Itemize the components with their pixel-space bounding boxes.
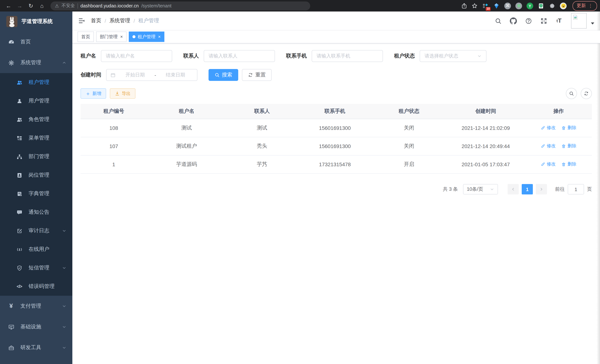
delete-link[interactable]: 删除 (562, 143, 576, 149)
table-header-row: 租户编号租户名联系人联系手机租户状态创建时间操作 (81, 104, 592, 119)
bookmark-star-icon[interactable] (471, 2, 478, 9)
sidebar-item-角色管理[interactable]: 角色管理 (0, 110, 72, 129)
mobile-input[interactable]: 请输入联系手机 (312, 50, 383, 62)
help-icon[interactable] (525, 17, 532, 24)
sidebar-item-label: 菜单管理 (28, 135, 49, 141)
search-icon[interactable] (495, 17, 502, 24)
extension-y-icon[interactable]: Y (526, 2, 534, 9)
sidebar-item-字典管理[interactable]: 字典管理 (0, 184, 72, 203)
reset-button[interactable]: 重置 (242, 69, 272, 81)
cell-id: 108 (81, 119, 147, 137)
sidebar-item-首页[interactable]: 首页 (0, 32, 72, 52)
page-suffix: 页 (587, 186, 592, 193)
chevron-down-icon (62, 229, 66, 233)
sidebar-item-岗位管理[interactable]: 岗位管理 (0, 166, 72, 184)
sidebar-item-label: 通知公告 (28, 209, 49, 215)
font-size-icon[interactable]: tT (555, 17, 562, 24)
refresh-table-button[interactable] (581, 88, 592, 99)
sidebar-item-部门管理[interactable]: 部门管理 (0, 147, 72, 166)
add-button[interactable]: ＋ 新增 (81, 88, 106, 99)
extensions-puzzle-icon[interactable] (548, 2, 556, 9)
column-header: 联系手机 (298, 104, 372, 119)
tenant-name-input[interactable]: 请输入租户名 (101, 50, 172, 62)
app-logo[interactable]: 芋道管理系统 (0, 11, 72, 32)
start-date-placeholder[interactable]: 开始日期 (117, 72, 153, 78)
delete-link[interactable]: 删除 (562, 125, 576, 131)
extension-grid-icon[interactable]: 10 (482, 2, 489, 9)
prev-page-button[interactable] (508, 184, 519, 195)
sidebar-item-系统管理[interactable]: 系统管理 (0, 52, 72, 73)
extension-badge: 10 (486, 7, 490, 10)
edit-link[interactable]: 修改 (541, 161, 556, 168)
hamburger-icon[interactable] (78, 17, 85, 25)
sidebar-item-label: 审计日志 (28, 227, 49, 234)
navbar: 首页 / 系统管理 / 租户管理 tT (72, 11, 600, 30)
status-select[interactable]: 请选择租户状态 (420, 50, 487, 62)
calendar-icon (110, 72, 116, 78)
sidebar-item-研发工具[interactable]: 研发工具 (0, 337, 72, 358)
sidebar-item-在线用户[interactable]: 在线用户 (0, 240, 72, 259)
breadcrumb-item[interactable]: 系统管理 (110, 18, 130, 24)
browser-update-button[interactable]: 更新 ⋮ (572, 1, 597, 10)
cell-created: 2021-12-14 20:49:44 (446, 137, 525, 155)
next-page-button[interactable] (536, 184, 547, 195)
app-title: 芋道管理系统 (21, 18, 53, 25)
close-icon[interactable]: × (120, 35, 123, 39)
home-icon[interactable]: ⌂ (38, 1, 46, 10)
delete-link[interactable]: 删除 (562, 161, 576, 168)
menu-dots-icon[interactable]: ⋮ (588, 3, 593, 9)
tab-租户管理[interactable]: 租户管理× (129, 32, 164, 42)
goto-page-input[interactable]: 1 (568, 184, 584, 195)
breadcrumb-separator: / (105, 18, 106, 24)
cell-mobile: 17321315478 (298, 155, 372, 173)
extension-cmd-icon[interactable]: ⌘ (504, 2, 511, 9)
edit-icon (541, 126, 545, 130)
sidebar-item-错误码管理[interactable]: </>错误码管理 (0, 277, 72, 296)
page-size-select[interactable]: 10条/页 (463, 184, 498, 195)
profile-avatar[interactable] (560, 2, 567, 9)
sidebar-item-支付管理[interactable]: ¥支付管理 (0, 296, 72, 317)
sidebar-item-用户管理[interactable]: 用户管理 (0, 92, 72, 110)
tab-首页[interactable]: 首页 (77, 32, 94, 42)
forward-icon[interactable]: → (15, 1, 24, 10)
goto-label: 前往 (555, 186, 565, 193)
dict-book-icon (16, 190, 23, 197)
sms-shield-icon (16, 265, 23, 271)
search-button[interactable]: 搜索 (208, 69, 238, 81)
address-bar[interactable]: ⚠ 不安全 dashboard.yudao.iocoder.cn/system/… (50, 1, 310, 10)
export-button[interactable]: 导出 (110, 88, 135, 99)
sidebar-item-短信管理[interactable]: 短信管理 (0, 259, 72, 277)
back-icon[interactable]: ← (4, 1, 13, 10)
tab-label: 部门管理 (100, 34, 118, 40)
page-number-button[interactable]: 1 (522, 184, 533, 195)
github-icon[interactable] (510, 17, 517, 24)
sidebar-item-label: 用户管理 (28, 98, 49, 104)
toggle-search-button[interactable] (566, 88, 577, 99)
security-label[interactable]: 不安全 (62, 3, 75, 9)
cell-status: 关闭 (372, 137, 446, 155)
divider (77, 3, 78, 8)
extension-docs-icon[interactable] (537, 2, 545, 9)
end-date-placeholder[interactable]: 结束日期 (158, 72, 193, 78)
date-range-input[interactable]: 开始日期 - 结束日期 (106, 69, 197, 81)
sidebar-item-审计日志[interactable]: 审计日志 (0, 222, 72, 240)
user-avatar[interactable] (571, 13, 587, 28)
url-host: dashboard.yudao.iocoder.cn (81, 3, 139, 8)
breadcrumb-item[interactable]: 首页 (91, 18, 101, 24)
sidebar-item-菜单管理[interactable]: 菜单管理 (0, 129, 72, 147)
caret-down-icon[interactable] (590, 21, 595, 26)
share-icon[interactable] (461, 2, 468, 9)
extension-balloon-icon[interactable] (493, 2, 500, 9)
extension-record-icon[interactable] (515, 2, 523, 9)
sidebar-item-通知公告[interactable]: 通知公告 (0, 203, 72, 222)
sidebar-item-基础设施[interactable]: 基础设施 (0, 317, 72, 337)
column-header: 创建时间 (446, 104, 525, 119)
edit-link[interactable]: 修改 (541, 143, 556, 149)
contact-input[interactable]: 请输入联系人 (204, 50, 275, 62)
tab-部门管理[interactable]: 部门管理× (96, 32, 127, 42)
close-icon[interactable]: × (158, 35, 161, 39)
sidebar-item-租户管理[interactable]: 租户管理 (0, 73, 72, 92)
reload-icon[interactable]: ↻ (26, 1, 35, 10)
fullscreen-icon[interactable] (540, 17, 547, 24)
edit-link[interactable]: 修改 (541, 125, 556, 131)
